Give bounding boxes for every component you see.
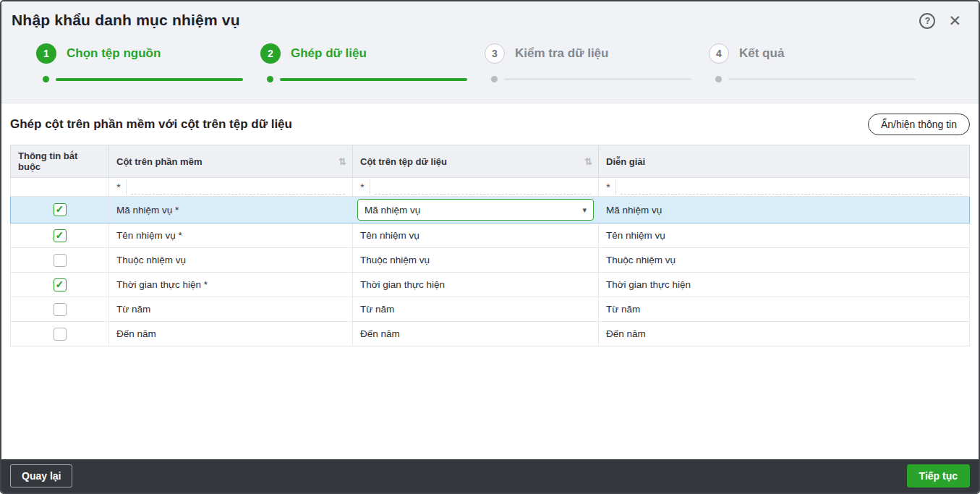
table-row[interactable]: Thời gian thực hiện *Thời gian thực hiện… — [11, 273, 970, 297]
step-number-badge: 3 — [485, 43, 505, 64]
file-column-cell[interactable]: Thuộc nhiệm vụ — [353, 248, 599, 273]
section-title: Ghép cột trên phần mềm với cột trên tệp … — [10, 117, 292, 132]
software-column-cell: Tên nhiệm vụ * — [109, 223, 353, 248]
required-cell — [11, 248, 109, 273]
dialog-footer: Quay lại Tiếp tục — [1, 459, 979, 493]
software-column-cell: Đến năm — [109, 322, 353, 346]
required-cell — [11, 197, 109, 223]
column-mapping-table: Thông tin bắt buộc Cột trên phần mềm ⇅ C… — [10, 145, 970, 346]
step-label: Ghép dữ liệu — [291, 46, 367, 61]
dialog-header: Nhập khẩu danh mục nhiệm vụ ? ✕ 1Chọn tệ… — [1, 1, 979, 103]
toggle-info-button[interactable]: Ẩn/hiện thông tin — [868, 114, 970, 135]
step-header: 1Chọn tệp nguồn — [36, 43, 260, 64]
column-header-required: Thông tin bắt buộc — [11, 145, 109, 178]
description-cell: Đến năm — [599, 322, 970, 346]
table-header-row: Thông tin bắt buộc Cột trên phần mềm ⇅ C… — [11, 145, 970, 178]
file-column-cell[interactable]: Đến năm — [353, 322, 599, 346]
file-column-dropdown[interactable]: Mã nhiệm vụ▾ — [357, 199, 594, 221]
step-progress-dot — [267, 76, 273, 82]
description-cell: Thuộc nhiệm vụ — [599, 248, 970, 273]
step-progress-track — [260, 76, 485, 82]
filter-cell-description: * — [599, 178, 970, 197]
close-icon[interactable]: ✕ — [948, 13, 961, 29]
table-row[interactable]: Mã nhiệm vụ *Mã nhiệm vụ▾Mã nhiệm vụ — [11, 197, 970, 223]
step-header: 4Kết quả — [709, 43, 933, 64]
import-wizard-dialog: Nhập khẩu danh mục nhiệm vụ ? ✕ 1Chọn tệ… — [0, 0, 980, 494]
file-column-cell[interactable]: Từ năm — [353, 297, 599, 322]
required-cell — [11, 297, 109, 322]
step-progress-track — [36, 76, 260, 82]
filter-operator-icon[interactable]: * — [360, 179, 370, 195]
table-row[interactable]: Thuộc nhiệm vụThuộc nhiệm vụThuộc nhiệm … — [11, 248, 970, 273]
column-header-software: Cột trên phần mềm ⇅ — [109, 145, 353, 178]
filter-row: * * * — [11, 178, 970, 197]
step-number-badge: 4 — [709, 43, 729, 64]
filter-input-description[interactable] — [621, 179, 962, 195]
step-header: 2Ghép dữ liệu — [260, 43, 485, 64]
checkbox-unchecked-icon[interactable] — [54, 254, 67, 267]
step-progress-bar — [504, 78, 691, 80]
step-progress-bar — [56, 78, 243, 81]
title-actions: ? ✕ — [919, 13, 961, 29]
column-header-label: Thông tin bắt buộc — [18, 150, 77, 172]
column-header-label: Cột trên tệp dữ liệu — [360, 156, 447, 167]
file-column-cell[interactable]: Mã nhiệm vụ▾ — [353, 197, 599, 223]
checkbox-checked-icon[interactable] — [54, 203, 67, 216]
step-progress-bar — [728, 78, 916, 80]
description-cell: Tên nhiệm vụ — [599, 223, 970, 248]
filter-cell-file: * — [353, 178, 599, 197]
continue-button[interactable]: Tiếp tục — [907, 464, 970, 487]
checkbox-unchecked-icon[interactable] — [54, 303, 67, 316]
filter-input-software[interactable] — [131, 179, 345, 195]
page-title: Nhập khẩu danh mục nhiệm vụ — [12, 12, 240, 29]
title-row: Nhập khẩu danh mục nhiệm vụ ? ✕ — [12, 12, 967, 29]
filter-operator-icon[interactable]: * — [116, 179, 127, 195]
column-header-label: Diễn giải — [606, 156, 645, 167]
column-header-file: Cột trên tệp dữ liệu ⇅ — [353, 145, 599, 178]
stepper-step-3: 3Kiểm tra dữ liệu — [485, 43, 709, 82]
step-progress-bar — [280, 78, 467, 81]
help-icon[interactable]: ? — [919, 13, 935, 29]
step-progress-track — [485, 76, 709, 82]
required-cell — [11, 273, 109, 297]
software-column-cell: Mã nhiệm vụ * — [109, 197, 353, 223]
step-label: Kiểm tra dữ liệu — [515, 46, 608, 61]
file-column-cell[interactable]: Tên nhiệm vụ — [353, 223, 599, 248]
sort-icon[interactable]: ⇅ — [584, 156, 592, 167]
stepper-step-1: 1Chọn tệp nguồn — [36, 43, 260, 82]
table-row[interactable]: Đến nămĐến nămĐến năm — [11, 322, 970, 346]
filter-cell-software: * — [109, 178, 353, 197]
checkbox-checked-icon[interactable] — [54, 229, 67, 242]
step-header: 3Kiểm tra dữ liệu — [485, 43, 709, 64]
column-header-label: Cột trên phần mềm — [116, 156, 202, 167]
step-progress-dot — [43, 76, 49, 82]
step-progress-dot — [715, 76, 722, 82]
description-cell: Thời gian thực hiện — [599, 273, 970, 297]
software-column-cell: Từ năm — [109, 297, 353, 322]
step-progress-track — [709, 76, 933, 82]
step-progress-dot — [491, 76, 498, 82]
sort-icon[interactable]: ⇅ — [338, 156, 346, 167]
description-cell: Mã nhiệm vụ — [599, 197, 970, 223]
step-label: Kết quả — [739, 46, 784, 61]
filter-cell-required — [11, 178, 109, 197]
software-column-cell: Thuộc nhiệm vụ — [109, 248, 353, 273]
wizard-stepper: 1Chọn tệp nguồn2Ghép dữ liệu3Kiểm tra dữ… — [36, 43, 967, 103]
required-cell — [11, 223, 109, 248]
step-number-badge: 2 — [260, 43, 281, 64]
file-column-cell[interactable]: Thời gian thực hiện — [353, 273, 599, 297]
filter-input-file[interactable] — [375, 179, 591, 195]
table-row[interactable]: Tên nhiệm vụ *Tên nhiệm vụTên nhiệm vụ — [11, 223, 970, 248]
table-row[interactable]: Từ nămTừ nămTừ năm — [11, 297, 970, 322]
checkbox-unchecked-icon[interactable] — [54, 328, 67, 341]
back-button[interactable]: Quay lại — [10, 464, 72, 487]
filter-operator-icon[interactable]: * — [606, 179, 616, 195]
column-header-description: Diễn giải — [599, 145, 970, 178]
step-number-badge: 1 — [36, 43, 56, 64]
step-label: Chọn tệp nguồn — [67, 46, 161, 61]
stepper-step-4: 4Kết quả — [709, 43, 933, 82]
chevron-down-icon[interactable]: ▾ — [582, 205, 587, 215]
content-area: Ghép cột trên phần mềm với cột trên tệp … — [1, 103, 979, 459]
checkbox-checked-icon[interactable] — [54, 278, 67, 291]
software-column-cell: Thời gian thực hiện * — [109, 273, 353, 297]
